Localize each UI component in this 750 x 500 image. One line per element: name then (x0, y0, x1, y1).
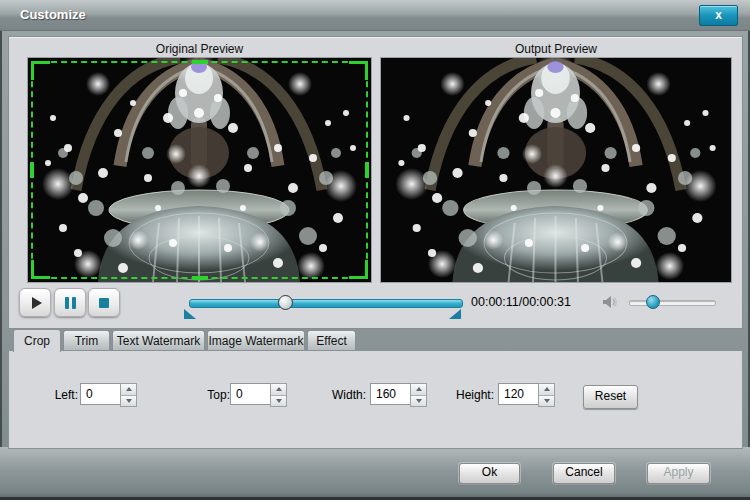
tab-effect[interactable]: Effect (307, 330, 356, 351)
video-frame (381, 58, 731, 282)
preview-panel: Original Preview Output Preview (8, 36, 743, 329)
seek-handle[interactable] (278, 295, 293, 310)
apply-button[interactable]: Apply (647, 463, 710, 484)
volume-icon (601, 293, 619, 311)
reset-button[interactable]: Reset (583, 385, 638, 409)
left-spin-down[interactable] (121, 396, 136, 407)
trim-end-marker[interactable] (449, 309, 461, 319)
top-stepper (230, 383, 287, 407)
title-bar: Customize x (0, 0, 750, 31)
crop-tab-panel: Left: Top: Width: Height: Reset (8, 350, 743, 449)
left-spin-up[interactable] (121, 384, 136, 396)
height-stepper (498, 383, 555, 407)
crop-handle-top[interactable] (192, 60, 208, 64)
stop-icon (99, 298, 109, 308)
height-field[interactable] (498, 383, 538, 405)
close-icon: x (715, 8, 722, 22)
crop-handle-top-right[interactable] (349, 61, 368, 80)
volume-slider[interactable] (629, 300, 716, 306)
tab-crop[interactable]: Crop (13, 329, 61, 352)
top-field[interactable] (230, 383, 270, 405)
top-spin-down[interactable] (271, 396, 286, 407)
tab-text-watermark[interactable]: Text Watermark (112, 330, 205, 351)
left-label: Left: (33, 388, 78, 402)
ok-button[interactable]: Ok (459, 463, 520, 484)
width-stepper (370, 383, 427, 407)
cancel-button[interactable]: Cancel (553, 463, 615, 484)
pause-button[interactable] (54, 288, 86, 317)
customize-dialog: Customize x Original Preview Output Prev… (0, 0, 750, 500)
seek-bar[interactable] (189, 299, 463, 308)
width-spin-up[interactable] (411, 384, 426, 396)
volume-handle[interactable] (646, 295, 660, 309)
tab-trim[interactable]: Trim (63, 330, 110, 351)
crop-handle-bottom-right[interactable] (349, 260, 368, 279)
height-spin-up[interactable] (539, 384, 554, 396)
time-display: 00:00:11/00:00:31 (471, 295, 571, 309)
height-spin-down[interactable] (539, 396, 554, 407)
close-button[interactable]: x (699, 5, 738, 26)
height-label: Height: (444, 388, 494, 402)
crop-overlay[interactable] (31, 61, 368, 279)
width-spin-down[interactable] (411, 396, 426, 407)
tab-image-watermark[interactable]: Image Watermark (207, 330, 305, 351)
pause-icon (65, 297, 76, 309)
left-field[interactable] (80, 383, 120, 405)
original-preview-label: Original Preview (28, 42, 371, 56)
crop-handle-bottom-left[interactable] (31, 260, 50, 279)
left-stepper (80, 383, 137, 407)
original-preview[interactable] (27, 57, 372, 283)
output-preview (380, 57, 732, 283)
crop-handle-bottom[interactable] (192, 276, 208, 280)
footer-bar: Ok Cancel Apply (0, 447, 750, 500)
crop-handle-top-left[interactable] (31, 61, 50, 80)
play-icon (32, 297, 42, 309)
stop-button[interactable] (88, 288, 120, 317)
top-spin-up[interactable] (271, 384, 286, 396)
output-preview-label: Output Preview (381, 42, 731, 56)
width-label: Width: (320, 388, 366, 402)
trim-start-marker[interactable] (184, 309, 196, 319)
window-title: Customize (20, 0, 86, 30)
width-field[interactable] (370, 383, 410, 405)
crop-handle-right[interactable] (365, 162, 369, 178)
top-label: Top: (190, 388, 230, 402)
crop-handle-left[interactable] (30, 162, 34, 178)
play-button[interactable] (19, 288, 51, 317)
